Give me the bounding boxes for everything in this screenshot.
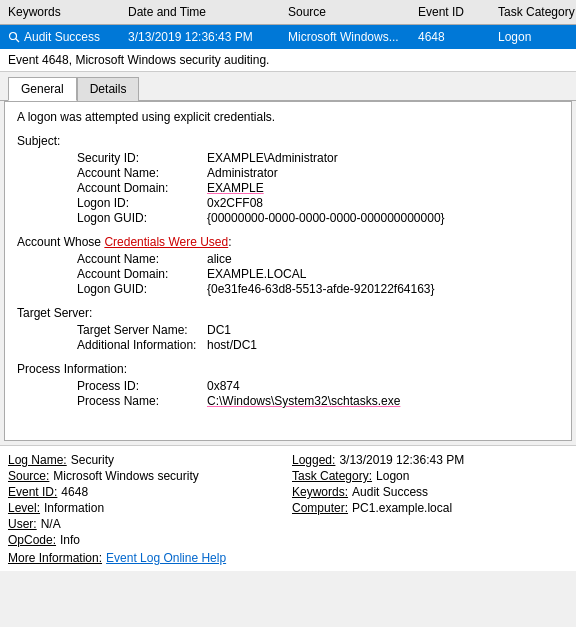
event-title: Event 4648, Microsoft Windows security a… bbox=[0, 49, 576, 72]
field-label-accname: Account Name: bbox=[77, 166, 207, 180]
target-section: Target Server: Target Server Name: DC1 A… bbox=[17, 306, 559, 352]
target-fields: Target Server Name: DC1 Additional Infor… bbox=[77, 323, 559, 352]
info-row-keywords: Keywords: Audit Success bbox=[292, 484, 568, 500]
bottom-panel: Log Name: Security Source: Microsoft Win… bbox=[0, 445, 576, 571]
credentials-underline: Credentials Were Used bbox=[104, 235, 228, 249]
credentials-label-text: Account Whose bbox=[17, 235, 104, 249]
field-value-logonid: 0x2CFF08 bbox=[207, 196, 559, 210]
cred-field-label-accdomain: Account Domain: bbox=[77, 267, 207, 281]
col-source: Source bbox=[284, 2, 414, 22]
info-label-computer: Computer: bbox=[292, 501, 348, 515]
table-row[interactable]: Audit Success 3/13/2019 12:36:43 PM Micr… bbox=[0, 25, 576, 49]
info-label-taskcategory: Task Category: bbox=[292, 469, 372, 483]
field-value-accdomain: EXAMPLE bbox=[207, 181, 559, 195]
svg-point-0 bbox=[10, 33, 17, 40]
info-value-computer: PC1.example.local bbox=[352, 501, 452, 515]
tab-details[interactable]: Details bbox=[77, 77, 140, 101]
row-source: Microsoft Windows... bbox=[284, 27, 414, 47]
row-eventid: 4648 bbox=[414, 27, 494, 47]
tab-general[interactable]: General bbox=[8, 77, 77, 101]
target-field-label-servname: Target Server Name: bbox=[77, 323, 207, 337]
event-log-online-help-link[interactable]: Event Log Online Help bbox=[106, 551, 226, 565]
content-area: A logon was attempted using explicit cre… bbox=[4, 101, 572, 441]
cred-field-value-accdomain: EXAMPLE.LOCAL bbox=[207, 267, 559, 281]
process-fields: Process ID: 0x874 Process Name: C:\Windo… bbox=[77, 379, 559, 408]
info-label-user: User: bbox=[8, 517, 37, 531]
info-value-eventid: 4648 bbox=[61, 485, 88, 499]
info-row-source: Source: Microsoft Windows security bbox=[8, 468, 284, 484]
col-datetime: Date and Time bbox=[124, 2, 284, 22]
credentials-label: Account Whose Credentials Were Used: bbox=[17, 235, 559, 249]
proc-field-label-pid: Process ID: bbox=[77, 379, 207, 393]
info-value-level: Information bbox=[44, 501, 104, 515]
field-label-secid: Security ID: bbox=[77, 151, 207, 165]
field-label-accdomain: Account Domain: bbox=[77, 181, 207, 195]
info-value-logged: 3/13/2019 12:36:43 PM bbox=[339, 453, 464, 467]
proc-field-value-pname: C:\Windows\System32\schtasks.exe bbox=[207, 394, 559, 408]
row-keywords-text: Audit Success bbox=[24, 30, 100, 44]
col-keywords: Keywords bbox=[4, 2, 124, 22]
info-row-taskcategory: Task Category: Logon bbox=[292, 468, 568, 484]
info-row-computer: Computer: PC1.example.local bbox=[292, 500, 568, 516]
target-field-label-addinfo: Additional Information: bbox=[77, 338, 207, 352]
info-row-logname: Log Name: Security bbox=[8, 452, 284, 468]
info-value-source: Microsoft Windows security bbox=[53, 469, 198, 483]
info-value-keywords: Audit Success bbox=[352, 485, 428, 499]
info-right: Logged: 3/13/2019 12:36:43 PM Task Categ… bbox=[292, 452, 568, 548]
info-label-moreinfo: More Information: bbox=[8, 551, 102, 565]
col-eventid: Event ID bbox=[414, 2, 494, 22]
field-value-logonguid: {00000000-0000-0000-0000-000000000000} bbox=[207, 211, 559, 225]
search-icon bbox=[8, 31, 20, 43]
field-label-logonid: Logon ID: bbox=[77, 196, 207, 210]
info-row-eventid: Event ID: 4648 bbox=[8, 484, 284, 500]
target-label: Target Server: bbox=[17, 306, 559, 320]
info-value-opcode: Info bbox=[60, 533, 80, 547]
tabs-container: General Details bbox=[0, 72, 576, 101]
info-value-user: N/A bbox=[41, 517, 61, 531]
info-label-eventid: Event ID: bbox=[8, 485, 57, 499]
cred-field-label-logonguid: Logon GUID: bbox=[77, 282, 207, 296]
col-taskcategory: Task Category bbox=[494, 2, 576, 22]
info-label-source: Source: bbox=[8, 469, 49, 483]
info-label-logname: Log Name: bbox=[8, 453, 67, 467]
process-section: Process Information: Process ID: 0x874 P… bbox=[17, 362, 559, 408]
target-field-value-addinfo: host/DC1 bbox=[207, 338, 559, 352]
credentials-fields: Account Name: alice Account Domain: EXAM… bbox=[77, 252, 559, 296]
credentials-section: Account Whose Credentials Were Used: Acc… bbox=[17, 235, 559, 296]
cred-field-label-accname: Account Name: bbox=[77, 252, 207, 266]
subject-label: Subject: bbox=[17, 134, 559, 148]
more-info-row: More Information: Event Log Online Help bbox=[8, 551, 568, 565]
info-value-logname: Security bbox=[71, 453, 114, 467]
cred-field-value-logonguid: {0e31fe46-63d8-5513-afde-920122f64163} bbox=[207, 282, 559, 296]
field-value-accname: Administrator bbox=[207, 166, 559, 180]
info-label-keywords: Keywords: bbox=[292, 485, 348, 499]
proc-field-label-pname: Process Name: bbox=[77, 394, 207, 408]
info-row-level: Level: Information bbox=[8, 500, 284, 516]
subject-fields: Security ID: EXAMPLE\Administrator Accou… bbox=[77, 151, 559, 225]
row-taskcategory: Logon bbox=[494, 27, 576, 47]
svg-line-1 bbox=[16, 39, 20, 43]
field-value-secid: EXAMPLE\Administrator bbox=[207, 151, 559, 165]
info-row-logged: Logged: 3/13/2019 12:36:43 PM bbox=[292, 452, 568, 468]
info-value-taskcategory: Logon bbox=[376, 469, 409, 483]
proc-field-value-pid: 0x874 bbox=[207, 379, 559, 393]
target-field-value-servname: DC1 bbox=[207, 323, 559, 337]
info-label-logged: Logged: bbox=[292, 453, 335, 467]
subject-section: Subject: Security ID: EXAMPLE\Administra… bbox=[17, 134, 559, 225]
info-left: Log Name: Security Source: Microsoft Win… bbox=[8, 452, 284, 548]
content-intro: A logon was attempted using explicit cre… bbox=[17, 110, 559, 124]
table-header: Keywords Date and Time Source Event ID T… bbox=[0, 0, 576, 25]
process-label: Process Information: bbox=[17, 362, 559, 376]
info-grid: Log Name: Security Source: Microsoft Win… bbox=[8, 452, 568, 548]
info-label-opcode: OpCode: bbox=[8, 533, 56, 547]
row-datetime: 3/13/2019 12:36:43 PM bbox=[124, 27, 284, 47]
info-label-level: Level: bbox=[8, 501, 40, 515]
row-keywords: Audit Success bbox=[4, 27, 124, 47]
info-row-user: User: N/A bbox=[8, 516, 284, 532]
info-row-opcode: OpCode: Info bbox=[8, 532, 284, 548]
field-label-logonguid: Logon GUID: bbox=[77, 211, 207, 225]
cred-field-value-accname: alice bbox=[207, 252, 559, 266]
